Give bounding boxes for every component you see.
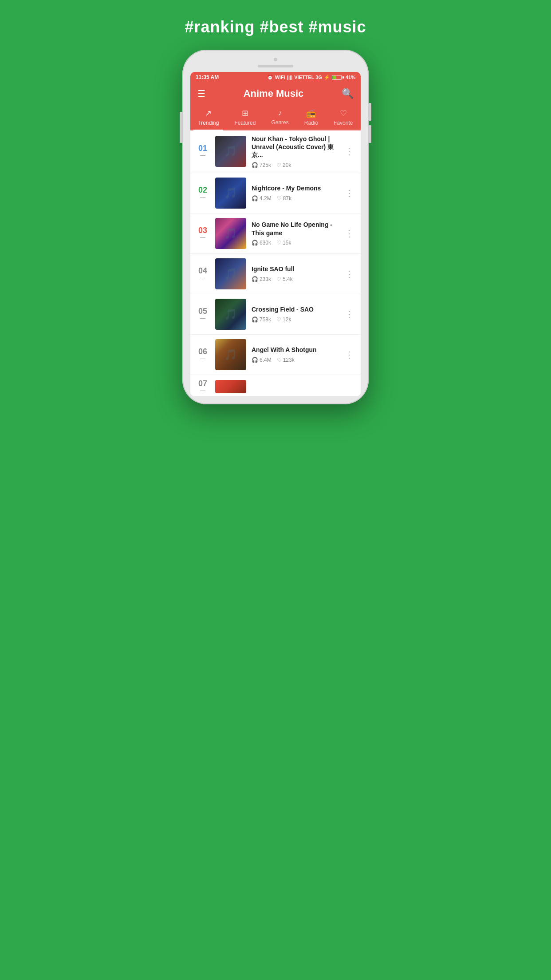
song-info: Angel With A Shotgun 🎧 6.4M ♡ 123k — [252, 346, 338, 363]
list-item[interactable]: 01 — 🎵 Nour Khan - Tokyo Ghoul | Unravel… — [190, 130, 361, 173]
list-item[interactable]: 07 — — [190, 375, 361, 396]
heart-icon: ♡ — [276, 240, 281, 246]
song-rank: 04 — — [196, 267, 210, 281]
featured-icon: ⊞ — [242, 108, 248, 118]
trending-icon: ↗ — [205, 108, 212, 118]
headphone-icon: 🎧 — [252, 162, 258, 168]
song-thumbnail: 🎵 — [215, 178, 246, 209]
heart-icon: ♡ — [277, 195, 282, 202]
song-title: Ignite SAO full — [252, 265, 338, 273]
like-count: ♡ 12k — [276, 316, 291, 323]
play-count: 🎧 6.4M — [252, 357, 272, 363]
song-rank: 03 — — [196, 226, 210, 241]
play-count: 🎧 233k — [252, 276, 271, 282]
song-thumbnail — [215, 380, 246, 393]
song-stats: 🎧 758k ♡ 12k — [252, 316, 338, 323]
song-thumbnail: 🎵 — [215, 218, 246, 249]
song-thumbnail: 🎵 — [215, 339, 246, 370]
more-options-button[interactable]: ⋮ — [343, 144, 355, 158]
song-title: Crossing Field - SAO — [252, 305, 338, 313]
song-title: Angel With A Shotgun — [252, 346, 338, 354]
play-count: 🎧 758k — [252, 316, 271, 323]
volume-button — [180, 112, 182, 143]
battery-percent: 41% — [346, 75, 355, 80]
app-title: Anime Music — [244, 88, 304, 99]
status-icons: ⏰ WiFi |||| VIETTEL 3G ⚡ 41% — [267, 75, 355, 80]
genres-icon: ♪ — [278, 108, 282, 118]
song-stats: 🎧 4.2M ♡ 87k — [252, 195, 338, 202]
mute-button — [369, 125, 371, 143]
song-stats: 🎧 6.4M ♡ 123k — [252, 357, 338, 363]
wifi-icon: WiFi — [275, 75, 285, 80]
song-title: Nour Khan - Tokyo Ghoul | Unravel (Acous… — [252, 135, 338, 159]
song-info: Nour Khan - Tokyo Ghoul | Unravel (Acous… — [252, 135, 338, 168]
tab-favorite-label: Favorite — [334, 120, 353, 126]
song-info: Crossing Field - SAO 🎧 758k ♡ 12k — [252, 305, 338, 322]
menu-button[interactable]: ☰ — [197, 88, 205, 99]
song-list: 01 — 🎵 Nour Khan - Tokyo Ghoul | Unravel… — [190, 130, 361, 396]
more-options-button[interactable]: ⋮ — [343, 226, 355, 241]
tab-featured[interactable]: ⊞ Featured — [230, 108, 260, 130]
song-stats: 🎧 725k ♡ 20k — [252, 162, 338, 168]
bolt-icon: ⚡ — [324, 75, 330, 80]
tab-favorite[interactable]: ♡ Favorite — [329, 108, 357, 130]
battery-indicator — [332, 75, 344, 80]
song-rank: 05 — — [196, 307, 210, 321]
song-stats: 🎧 630k ♡ 15k — [252, 240, 338, 246]
song-rank: 02 — — [196, 186, 210, 200]
signal-icon: |||| — [287, 75, 292, 80]
favorite-icon: ♡ — [340, 108, 347, 118]
like-count: ♡ 123k — [277, 357, 295, 363]
headphone-icon: 🎧 — [252, 195, 258, 202]
heart-icon: ♡ — [277, 357, 282, 363]
page-header: #ranking #best #music — [171, 9, 379, 50]
phone-camera — [274, 58, 277, 61]
heart-icon: ♡ — [276, 316, 281, 323]
headphone-icon: 🎧 — [252, 240, 258, 246]
more-options-button[interactable]: ⋮ — [343, 267, 355, 281]
tab-radio-label: Radio — [304, 120, 318, 126]
heart-icon: ♡ — [276, 162, 281, 168]
play-count: 🎧 725k — [252, 162, 271, 168]
list-item[interactable]: 04 — 🎵 Ignite SAO full 🎧 233k ♡ — [190, 254, 361, 294]
song-title: No Game No Life Opening - This game — [252, 221, 338, 237]
headphone-icon: 🎧 — [252, 276, 258, 282]
carrier-text: VIETTEL 3G — [294, 75, 322, 80]
tab-bar: ↗ Trending ⊞ Featured ♪ Genres 📻 Radio ♡… — [190, 105, 361, 130]
list-item[interactable]: 06 — 🎵 Angel With A Shotgun 🎧 6.4M ♡ — [190, 335, 361, 375]
song-rank: 01 — — [196, 144, 210, 158]
phone-screen: 11:35 AM ⏰ WiFi |||| VIETTEL 3G ⚡ 41% ☰ … — [190, 72, 361, 396]
more-options-button[interactable]: ⋮ — [343, 348, 355, 362]
alarm-icon: ⏰ — [267, 75, 273, 80]
song-rank: 07 — — [196, 379, 210, 394]
song-info: No Game No Life Opening - This game 🎧 63… — [252, 221, 338, 245]
tab-radio[interactable]: 📻 Radio — [300, 108, 323, 130]
play-count: 🎧 630k — [252, 240, 271, 246]
song-thumbnail: 🎵 — [215, 136, 246, 167]
song-stats: 🎧 233k ♡ 5.4k — [252, 276, 338, 282]
play-count: 🎧 4.2M — [252, 195, 272, 202]
app-header: ☰ Anime Music 🔍 — [190, 83, 361, 105]
status-bar: 11:35 AM ⏰ WiFi |||| VIETTEL 3G ⚡ 41% — [190, 72, 361, 83]
like-count: ♡ 87k — [277, 195, 291, 202]
song-info: Ignite SAO full 🎧 233k ♡ 5.4k — [252, 265, 338, 282]
more-options-button[interactable]: ⋮ — [343, 307, 355, 321]
status-time: 11:35 AM — [196, 74, 219, 80]
tab-genres-label: Genres — [271, 119, 288, 126]
power-button — [369, 103, 371, 121]
tab-trending-label: Trending — [198, 120, 219, 126]
phone-speaker — [258, 65, 293, 67]
search-button[interactable]: 🔍 — [342, 88, 354, 99]
song-thumbnail: 🎵 — [215, 299, 246, 330]
list-item[interactable]: 03 — 🎵 No Game No Life Opening - This ga… — [190, 213, 361, 254]
list-item[interactable]: 02 — 🎵 Nightcore - My Demons 🎧 4.2M ♡ — [190, 173, 361, 213]
radio-icon: 📻 — [306, 108, 316, 118]
more-options-button[interactable]: ⋮ — [343, 186, 355, 200]
like-count: ♡ 15k — [276, 240, 291, 246]
tab-trending[interactable]: ↗ Trending — [193, 108, 223, 130]
tab-genres[interactable]: ♪ Genres — [267, 108, 293, 130]
like-count: ♡ 5.4k — [276, 276, 293, 282]
headphone-icon: 🎧 — [252, 357, 258, 363]
song-thumbnail: 🎵 — [215, 258, 246, 289]
list-item[interactable]: 05 — 🎵 Crossing Field - SAO 🎧 758k ♡ — [190, 294, 361, 335]
